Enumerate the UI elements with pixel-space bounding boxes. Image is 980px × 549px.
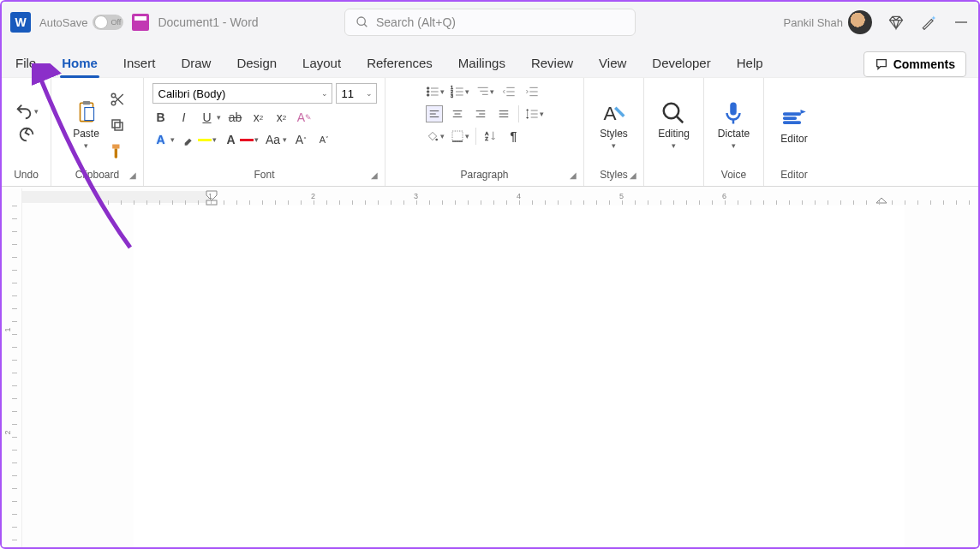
scissors-icon	[110, 92, 125, 107]
multilevel-list-button[interactable]: ▾	[475, 85, 494, 98]
styles-launcher-icon[interactable]: ◢	[630, 170, 636, 180]
strikethrough-button[interactable]: ab	[227, 109, 244, 126]
paint-bucket-icon	[426, 129, 439, 143]
align-left-button[interactable]	[426, 105, 443, 122]
editing-label: Editing	[658, 128, 690, 140]
text-effects-button[interactable]: A▾	[152, 131, 175, 148]
italic-button[interactable]: I	[176, 109, 193, 126]
toggle-icon[interactable]: Off	[93, 15, 123, 30]
numbering-icon: 123	[451, 85, 464, 98]
bold-button[interactable]: B	[152, 109, 170, 126]
ribbon: ▾ Undo Paste ▾ Clipboard◢	[2, 77, 978, 187]
group-label-styles: Styles	[600, 169, 628, 181]
font-name-select[interactable]: Calibri (Body)⌄	[152, 83, 332, 104]
svg-point-51	[664, 104, 679, 119]
svg-rect-8	[112, 120, 120, 128]
font-size-select[interactable]: 11⌄	[336, 83, 377, 104]
shrink-font-button[interactable]: A˅	[316, 131, 333, 148]
horizontal-ruler[interactable]: 123456	[22, 188, 978, 206]
svg-point-11	[427, 91, 429, 93]
paste-button[interactable]: Paste ▾	[68, 98, 105, 152]
dictate-label: Dictate	[718, 128, 750, 140]
decrease-indent-button[interactable]	[500, 83, 517, 100]
editor-button[interactable]: Editor	[775, 104, 812, 146]
copy-icon	[110, 117, 125, 133]
bullets-button[interactable]: ▾	[426, 85, 445, 98]
tab-mailings[interactable]: Mailings	[457, 49, 507, 77]
align-right-button[interactable]	[472, 105, 489, 122]
autosave-toggle[interactable]: AutoSave Off	[39, 15, 123, 30]
numbering-button[interactable]: 123▾	[451, 85, 469, 98]
group-editing: Editing ▾	[644, 78, 704, 186]
minimize-icon[interactable]	[953, 14, 970, 31]
group-styles: A Styles ▾ Styles◢	[584, 78, 644, 186]
line-spacing-icon	[525, 107, 539, 121]
copy-button[interactable]	[108, 116, 127, 134]
right-indent-marker-icon[interactable]	[875, 197, 887, 206]
increase-indent-button[interactable]	[523, 83, 541, 100]
styles-button[interactable]: A Styles ▾	[595, 98, 633, 152]
document-page[interactable]	[134, 206, 905, 549]
borders-button[interactable]: ▾	[451, 129, 469, 143]
bullets-icon	[426, 85, 439, 98]
align-center-button[interactable]	[449, 105, 466, 122]
editing-button[interactable]: Editing ▾	[653, 98, 695, 152]
sort-icon: AZ	[484, 129, 498, 143]
magnifier-icon	[660, 100, 686, 126]
sort-button[interactable]: AZ	[482, 128, 499, 145]
tab-home[interactable]: Home	[60, 49, 99, 77]
shading-button[interactable]: ▾	[426, 129, 445, 143]
tab-layout[interactable]: Layout	[301, 49, 343, 77]
comments-button[interactable]: Comments	[863, 51, 966, 77]
subscript-button[interactable]: x2	[250, 109, 267, 126]
tab-view[interactable]: View	[597, 49, 628, 77]
svg-text:3: 3	[451, 93, 453, 98]
justify-icon	[498, 108, 510, 120]
tab-file[interactable]: File	[14, 49, 38, 77]
redo-button[interactable]	[17, 126, 36, 148]
format-painter-button[interactable]	[108, 141, 127, 160]
chevron-down-icon: ⌄	[321, 89, 328, 98]
ribbon-tabs: File Home Insert Draw Design Layout Refe…	[2, 43, 978, 77]
tab-developer[interactable]: Developer	[650, 49, 712, 77]
diamond-icon[interactable]	[887, 14, 905, 31]
group-label-paragraph: Paragraph	[460, 169, 508, 181]
tab-review[interactable]: Review	[529, 49, 575, 77]
cut-button[interactable]	[108, 90, 127, 109]
paragraph-launcher-icon[interactable]: ◢	[570, 170, 577, 180]
search-icon	[356, 15, 369, 29]
font-launcher-icon[interactable]: ◢	[371, 170, 378, 180]
show-marks-button[interactable]: ¶	[505, 128, 523, 145]
change-case-button[interactable]: Aa▾	[265, 131, 287, 148]
svg-rect-53	[731, 103, 738, 116]
group-label-editing	[651, 167, 696, 182]
dictate-button[interactable]: Dictate ▾	[713, 98, 755, 152]
superscript-button[interactable]: x2	[273, 109, 290, 126]
group-editor: Editor Editor	[764, 78, 824, 186]
vertical-ruler[interactable]: 12	[2, 188, 22, 547]
tab-design[interactable]: Design	[235, 49, 278, 77]
align-center-icon	[451, 108, 463, 120]
undo-button[interactable]: ▾	[15, 102, 39, 121]
outdent-icon	[502, 85, 516, 98]
group-label-clipboard: Clipboard	[75, 169, 119, 181]
font-color-button[interactable]: A▾	[223, 131, 259, 148]
tab-draw[interactable]: Draw	[179, 49, 212, 77]
clear-formatting-button[interactable]: A✎	[296, 109, 314, 126]
tab-help[interactable]: Help	[735, 49, 765, 77]
indent-icon	[525, 85, 539, 98]
clipboard-launcher-icon[interactable]: ◢	[129, 170, 136, 180]
svg-line-1	[364, 24, 367, 27]
tab-insert[interactable]: Insert	[122, 49, 158, 77]
save-icon[interactable]	[132, 14, 149, 31]
grow-font-button[interactable]: A˄	[293, 131, 310, 148]
justify-button[interactable]	[495, 105, 512, 122]
line-spacing-button[interactable]: ▾	[525, 107, 544, 121]
svg-point-5	[111, 101, 116, 105]
search-input[interactable]: Search (Alt+Q)	[344, 9, 636, 36]
pen-sparkle-icon[interactable]	[920, 14, 937, 31]
highlight-color-button[interactable]: ▾	[181, 131, 217, 148]
tab-references[interactable]: References	[365, 49, 434, 77]
user-account[interactable]: Pankil Shah	[784, 10, 872, 34]
underline-button[interactable]: U▾	[199, 109, 221, 126]
